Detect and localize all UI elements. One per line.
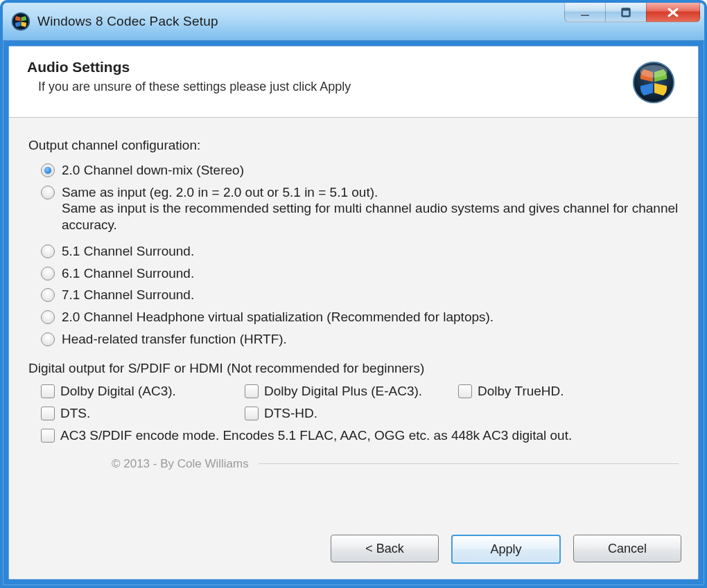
- checkbox-label: Dolby Digital (AC3).: [60, 383, 176, 400]
- client-area: Audio Settings If you are unsure of thes…: [8, 46, 699, 580]
- close-button[interactable]: [646, 3, 700, 22]
- checkbox-input[interactable]: [41, 429, 55, 443]
- output-config-group: 2.0 Channel down-mix (Stereo) Same as in…: [41, 162, 679, 348]
- radio-input[interactable]: [41, 244, 55, 258]
- checkbox-dolby-eac3[interactable]: Dolby Digital Plus (E-AC3).: [245, 383, 453, 400]
- checkbox-dts[interactable]: DTS.: [41, 405, 239, 422]
- radio-label: 7.1 Channel Surround.: [62, 287, 679, 303]
- app-icon: [11, 12, 30, 31]
- svg-point-8: [640, 65, 667, 78]
- radio-label: 2.0 Channel down-mix (Stereo): [62, 162, 679, 179]
- checkbox-ac3-spdif-encode[interactable]: AC3 S/PDIF encode mode. Encodes 5.1 FLAC…: [41, 427, 679, 444]
- caption-buttons: [565, 3, 700, 22]
- checkbox-label: DTS-HD.: [264, 405, 317, 422]
- radio-option-61[interactable]: 6.1 Channel Surround.: [41, 265, 679, 282]
- checkbox-label: Dolby TrueHD.: [478, 383, 564, 400]
- close-icon: [666, 7, 680, 18]
- maximize-button[interactable]: [605, 3, 647, 22]
- titlebar[interactable]: Windows 8 Codec Pack Setup: [3, 3, 704, 41]
- radio-label: 5.1 Channel Surround.: [62, 243, 679, 260]
- minimize-button[interactable]: [564, 3, 606, 22]
- radio-label: Head-related transfer function (HRTF).: [62, 331, 679, 348]
- checkbox-dolby-truehd[interactable]: Dolby TrueHD.: [458, 383, 679, 400]
- cancel-button[interactable]: Cancel: [573, 535, 681, 562]
- checkbox-input[interactable]: [458, 384, 472, 398]
- credit-line: © 2013 - By Cole Williams: [28, 456, 679, 471]
- page-title: Audio Settings: [27, 59, 618, 75]
- maximize-icon: [620, 7, 631, 18]
- page-body: Output channel configuration: 2.0 Channe…: [9, 118, 698, 524]
- digital-output-group: Dolby Digital (AC3). Dolby Digital Plus …: [41, 383, 679, 443]
- svg-rect-5: [622, 8, 630, 10]
- radio-label: Same as input (eg. 2.0 in = 2.0 out or 5…: [62, 184, 679, 233]
- output-config-label: Output channel configuration:: [28, 137, 679, 154]
- radio-label: 6.1 Channel Surround.: [62, 265, 679, 282]
- radio-input[interactable]: [41, 163, 55, 177]
- radio-option-headphone[interactable]: 2.0 Channel Headphone virtual spatializa…: [41, 309, 679, 326]
- footer: < Back Apply Cancel: [9, 524, 698, 579]
- svg-rect-3: [581, 14, 589, 15]
- checkbox-input[interactable]: [41, 407, 55, 420]
- page-subtitle: If you are unsure of these settings plea…: [38, 80, 618, 94]
- checkbox-dtshd[interactable]: DTS-HD.: [245, 405, 453, 422]
- radio-input[interactable]: [41, 186, 55, 199]
- checkbox-label: DTS.: [60, 405, 90, 422]
- radio-option-stereo[interactable]: 2.0 Channel down-mix (Stereo): [41, 162, 679, 179]
- product-logo-icon: [631, 60, 676, 105]
- radio-input[interactable]: [41, 332, 55, 346]
- digital-output-label: Digital output for S/PDIF or HDMI (Not r…: [28, 360, 679, 377]
- radio-input[interactable]: [41, 310, 55, 324]
- radio-input[interactable]: [41, 288, 55, 302]
- checkbox-input[interactable]: [41, 384, 55, 398]
- page-header: Audio Settings If you are unsure of thes…: [9, 46, 698, 118]
- radio-option-hrtf[interactable]: Head-related transfer function (HRTF).: [41, 331, 679, 348]
- radio-option-same-as-input[interactable]: Same as input (eg. 2.0 in = 2.0 out or 5…: [41, 184, 679, 233]
- radio-option-51[interactable]: 5.1 Channel Surround.: [41, 243, 679, 260]
- radio-option-71[interactable]: 7.1 Channel Surround.: [41, 287, 679, 303]
- checkbox-label: Dolby Digital Plus (E-AC3).: [264, 383, 422, 400]
- back-button[interactable]: < Back: [331, 535, 439, 562]
- minimize-icon: [579, 7, 591, 18]
- radio-input[interactable]: [41, 267, 55, 280]
- checkbox-dolby-ac3[interactable]: Dolby Digital (AC3).: [41, 383, 239, 400]
- radio-label: 2.0 Channel Headphone virtual spatializa…: [62, 309, 679, 326]
- svg-point-0: [12, 12, 30, 30]
- window-frame: Windows 8 Codec Pack Setup: [0, 0, 707, 588]
- checkbox-input[interactable]: [245, 384, 259, 398]
- apply-button[interactable]: Apply: [451, 535, 561, 564]
- checkbox-input[interactable]: [245, 407, 259, 420]
- credit-text: © 2013 - By Cole Williams: [112, 456, 249, 471]
- checkbox-label: AC3 S/PDIF encode mode. Encodes 5.1 FLAC…: [60, 427, 572, 444]
